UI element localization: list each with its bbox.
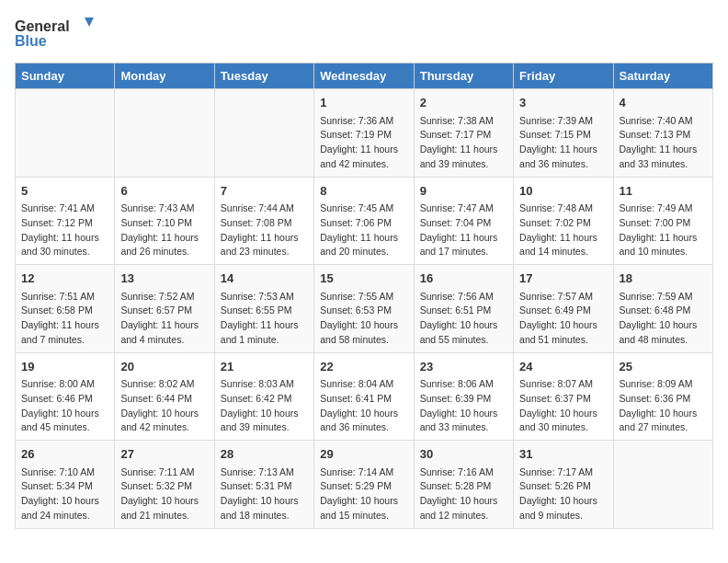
calendar-cell: 26Sunrise: 7:10 AM Sunset: 5:34 PM Dayli…	[16, 441, 115, 529]
calendar-cell: 19Sunrise: 8:00 AM Sunset: 6:46 PM Dayli…	[16, 352, 115, 441]
calendar-cell: 1Sunrise: 7:36 AM Sunset: 7:19 PM Daylig…	[314, 89, 414, 178]
day-info: Sunrise: 7:40 AM Sunset: 7:13 PM Dayligh…	[620, 114, 707, 172]
day-number: 11	[620, 182, 707, 201]
calendar-cell: 20Sunrise: 8:02 AM Sunset: 6:44 PM Dayli…	[115, 352, 214, 441]
day-number: 20	[120, 358, 208, 376]
weekday-header-cell: Saturday	[613, 63, 712, 89]
day-number: 24	[519, 358, 607, 376]
day-info: Sunrise: 7:48 AM Sunset: 7:02 PM Dayligh…	[519, 201, 607, 259]
day-number: 14	[221, 270, 308, 288]
day-number: 18	[620, 270, 707, 288]
day-info: Sunrise: 7:59 AM Sunset: 6:48 PM Dayligh…	[620, 290, 707, 348]
day-info: Sunrise: 7:10 AM Sunset: 5:34 PM Dayligh…	[21, 465, 108, 523]
day-number: 15	[320, 270, 407, 288]
logo-svg: General Blue	[15, 15, 97, 52]
day-number: 21	[221, 358, 308, 376]
calendar-cell: 15Sunrise: 7:55 AM Sunset: 6:53 PM Dayli…	[314, 265, 414, 353]
day-number: 17	[519, 270, 607, 288]
day-info: Sunrise: 8:07 AM Sunset: 6:37 PM Dayligh…	[519, 377, 607, 435]
calendar-cell: 16Sunrise: 7:56 AM Sunset: 6:51 PM Dayli…	[414, 265, 513, 353]
day-number: 31	[519, 445, 607, 464]
day-info: Sunrise: 7:16 AM Sunset: 5:28 PM Dayligh…	[420, 465, 507, 523]
day-number: 27	[120, 445, 208, 464]
day-info: Sunrise: 7:51 AM Sunset: 6:58 PM Dayligh…	[21, 290, 108, 348]
calendar-cell: 10Sunrise: 7:48 AM Sunset: 7:02 PM Dayli…	[514, 177, 613, 265]
day-number: 30	[420, 445, 507, 464]
weekday-header-cell: Sunday	[16, 63, 115, 89]
calendar-cell: 30Sunrise: 7:16 AM Sunset: 5:28 PM Dayli…	[414, 441, 513, 529]
calendar-cell	[214, 89, 313, 178]
calendar-cell: 28Sunrise: 7:13 AM Sunset: 5:31 PM Dayli…	[214, 441, 313, 529]
calendar-cell: 5Sunrise: 7:41 AM Sunset: 7:12 PM Daylig…	[16, 177, 115, 265]
calendar-cell: 11Sunrise: 7:49 AM Sunset: 7:00 PM Dayli…	[613, 177, 712, 265]
day-info: Sunrise: 7:11 AM Sunset: 5:32 PM Dayligh…	[120, 465, 208, 523]
calendar-cell: 7Sunrise: 7:44 AM Sunset: 7:08 PM Daylig…	[214, 177, 313, 265]
calendar-cell: 2Sunrise: 7:38 AM Sunset: 7:17 PM Daylig…	[414, 89, 513, 178]
weekday-header-cell: Wednesday	[314, 63, 414, 89]
day-info: Sunrise: 8:02 AM Sunset: 6:44 PM Dayligh…	[120, 377, 208, 435]
day-info: Sunrise: 8:04 AM Sunset: 6:41 PM Dayligh…	[320, 377, 407, 435]
calendar-cell: 9Sunrise: 7:47 AM Sunset: 7:04 PM Daylig…	[414, 177, 513, 265]
day-info: Sunrise: 7:44 AM Sunset: 7:08 PM Dayligh…	[221, 201, 308, 259]
day-number: 4	[620, 94, 707, 112]
day-info: Sunrise: 7:56 AM Sunset: 6:51 PM Dayligh…	[420, 290, 507, 348]
day-number: 6	[120, 182, 208, 201]
calendar-cell: 21Sunrise: 8:03 AM Sunset: 6:42 PM Dayli…	[214, 352, 313, 441]
calendar-cell: 14Sunrise: 7:53 AM Sunset: 6:55 PM Dayli…	[214, 265, 313, 353]
day-info: Sunrise: 8:03 AM Sunset: 6:42 PM Dayligh…	[221, 377, 308, 435]
day-info: Sunrise: 7:55 AM Sunset: 6:53 PM Dayligh…	[320, 290, 407, 348]
calendar-week-row: 19Sunrise: 8:00 AM Sunset: 6:46 PM Dayli…	[16, 352, 713, 441]
day-number: 1	[320, 94, 407, 112]
logo: General Blue	[15, 15, 97, 52]
calendar-week-row: 12Sunrise: 7:51 AM Sunset: 6:58 PM Dayli…	[16, 265, 713, 353]
svg-text:General: General	[15, 18, 70, 34]
weekday-header-cell: Friday	[514, 63, 613, 89]
calendar-body: 1Sunrise: 7:36 AM Sunset: 7:19 PM Daylig…	[16, 89, 713, 529]
calendar-cell: 6Sunrise: 7:43 AM Sunset: 7:10 PM Daylig…	[115, 177, 214, 265]
day-info: Sunrise: 7:17 AM Sunset: 5:26 PM Dayligh…	[519, 465, 607, 523]
day-number: 5	[21, 182, 108, 201]
calendar-cell: 27Sunrise: 7:11 AM Sunset: 5:32 PM Dayli…	[115, 441, 214, 529]
day-info: Sunrise: 7:43 AM Sunset: 7:10 PM Dayligh…	[120, 201, 208, 259]
calendar-cell: 29Sunrise: 7:14 AM Sunset: 5:29 PM Dayli…	[314, 441, 414, 529]
calendar-cell: 22Sunrise: 8:04 AM Sunset: 6:41 PM Dayli…	[314, 352, 414, 441]
svg-marker-1	[85, 17, 94, 27]
calendar-table: SundayMondayTuesdayWednesdayThursdayFrid…	[15, 63, 713, 529]
calendar-cell: 4Sunrise: 7:40 AM Sunset: 7:13 PM Daylig…	[613, 89, 712, 178]
calendar-week-row: 5Sunrise: 7:41 AM Sunset: 7:12 PM Daylig…	[16, 177, 713, 265]
calendar-cell: 8Sunrise: 7:45 AM Sunset: 7:06 PM Daylig…	[314, 177, 414, 265]
page-header: General Blue	[15, 15, 713, 52]
calendar-cell: 23Sunrise: 8:06 AM Sunset: 6:39 PM Dayli…	[414, 352, 513, 441]
calendar-week-row: 26Sunrise: 7:10 AM Sunset: 5:34 PM Dayli…	[16, 441, 713, 529]
day-info: Sunrise: 7:45 AM Sunset: 7:06 PM Dayligh…	[320, 201, 407, 259]
day-info: Sunrise: 7:49 AM Sunset: 7:00 PM Dayligh…	[620, 201, 707, 259]
day-number: 12	[21, 270, 108, 288]
day-number: 25	[620, 358, 707, 376]
day-number: 3	[519, 94, 607, 112]
calendar-cell: 12Sunrise: 7:51 AM Sunset: 6:58 PM Dayli…	[16, 265, 115, 353]
day-number: 28	[221, 445, 308, 464]
day-number: 7	[221, 182, 308, 201]
weekday-header-cell: Tuesday	[214, 63, 313, 89]
day-info: Sunrise: 7:36 AM Sunset: 7:19 PM Dayligh…	[320, 114, 407, 172]
calendar-cell: 17Sunrise: 7:57 AM Sunset: 6:49 PM Dayli…	[514, 265, 613, 353]
weekday-header-cell: Monday	[115, 63, 214, 89]
day-info: Sunrise: 7:53 AM Sunset: 6:55 PM Dayligh…	[221, 290, 308, 348]
day-number: 13	[120, 270, 208, 288]
calendar-cell	[115, 89, 214, 178]
day-number: 10	[519, 182, 607, 201]
calendar-cell: 31Sunrise: 7:17 AM Sunset: 5:26 PM Dayli…	[514, 441, 613, 529]
day-number: 16	[420, 270, 507, 288]
day-info: Sunrise: 7:47 AM Sunset: 7:04 PM Dayligh…	[420, 201, 507, 259]
day-info: Sunrise: 7:41 AM Sunset: 7:12 PM Dayligh…	[21, 201, 108, 259]
day-info: Sunrise: 7:13 AM Sunset: 5:31 PM Dayligh…	[221, 465, 308, 523]
calendar-cell: 18Sunrise: 7:59 AM Sunset: 6:48 PM Dayli…	[613, 265, 712, 353]
day-info: Sunrise: 8:09 AM Sunset: 6:36 PM Dayligh…	[620, 377, 707, 435]
calendar-cell: 13Sunrise: 7:52 AM Sunset: 6:57 PM Dayli…	[115, 265, 214, 353]
day-info: Sunrise: 8:06 AM Sunset: 6:39 PM Dayligh…	[420, 377, 507, 435]
svg-text:Blue: Blue	[15, 33, 47, 49]
day-number: 9	[420, 182, 507, 201]
day-info: Sunrise: 7:52 AM Sunset: 6:57 PM Dayligh…	[120, 290, 208, 348]
calendar-cell	[613, 441, 712, 529]
day-number: 2	[420, 94, 507, 112]
